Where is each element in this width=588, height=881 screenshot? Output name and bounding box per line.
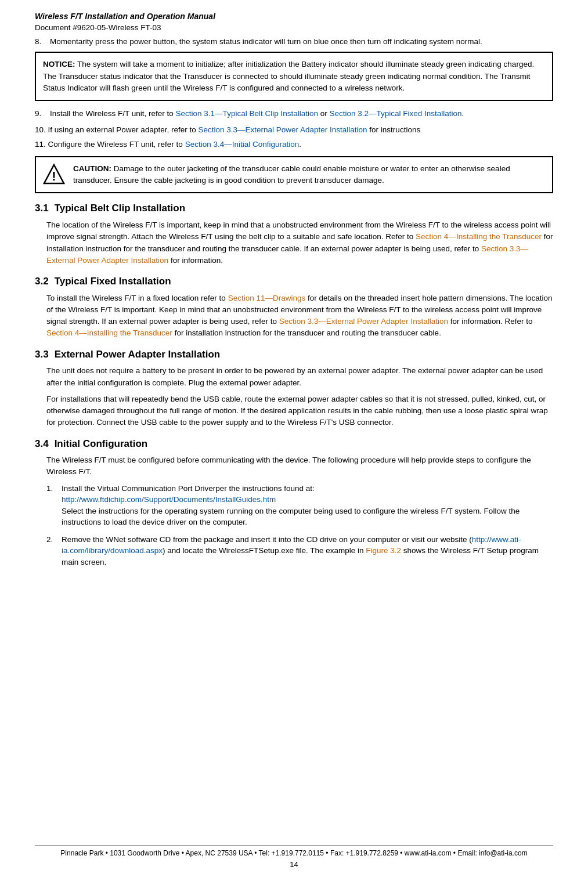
item9-link2[interactable]: Section 3.2—Typical Fixed Installation [329,109,461,118]
section32-link2[interactable]: Section 3.3—External Power Adapter Insta… [279,317,448,326]
caution-text: CAUTION: Damage to the outer jacketing o… [73,163,545,187]
section34-item2-num: 2. [46,534,57,568]
item8-number: 8. [35,36,45,48]
section33-p2: For installations that will repeatedly b… [46,395,548,427]
section34-intro: The Wireless F/T must be configured befo… [46,454,553,478]
list-item-11: 11. Configure the Wireless FT unit, refe… [35,139,553,150]
notice-text: The system will take a moment to initial… [43,60,534,92]
item9-content: Install the Wireless F/T unit, refer to … [50,108,464,120]
section32-number: 3.2 [35,276,49,287]
section34-number: 3.4 [35,438,49,449]
section31-heading: 3.1Typical Belt Clip Installation [35,201,553,216]
section34-heading: 3.4Initial Configuration [35,437,553,452]
section34-item2: 2. Remove the WNet software CD from the … [46,534,553,568]
section33-heading: 3.3External Power Adapter Installation [35,348,553,362]
caution-body: Damage to the outer jacketing of the tra… [73,164,510,185]
section32-body: To install the Wireless F/T in a fixed l… [46,293,553,340]
caution-label: CAUTION: [73,164,111,173]
item10-prefix: If using an external Power adapter, refe… [48,125,199,134]
list-item-8: 8. Momentarity press the power button, t… [35,36,553,48]
section33-title: External Power Adapter Installation [55,349,221,360]
item9-prefix: Install the Wireless F/T unit, refer to [50,109,176,118]
section32-link3[interactable]: Section 4—Installing the Transducer [46,328,172,337]
item10-suffix: for instructions [367,125,421,134]
header-doc: Document #9620-05-Wireless FT-03 [35,22,553,34]
section34-item1: 1. Install the Virtual Communication Por… [46,483,553,528]
section32-heading: 3.2Typical Fixed Installation [35,275,553,289]
section34-item1-num: 1. [46,483,57,528]
page-footer: Pinnacle Park • 1031 Goodworth Drive • A… [35,846,553,871]
section34-item2-content: Remove the WNet software CD from the pac… [62,534,553,568]
item9-suffix: . [462,109,464,118]
item9-middle: or [318,109,330,118]
item10-link[interactable]: Section 3.3—External Power Adapter Insta… [198,125,367,134]
section34-item1-prefix: Install the Virtual Communication Port D… [62,484,315,493]
section34-item2-suffix: ) and locate the WirelessFTSetup.exe fil… [163,546,366,555]
section31-body: The location of the Wireless F/T is impo… [46,219,553,266]
section32-link1[interactable]: Section 11—Drawings [228,294,306,302]
section32-body4: for installation instruction for the tra… [172,328,441,337]
footer-text: Pinnacle Park • 1031 Goodworth Drive • A… [35,848,553,858]
warning-triangle-icon: ! [43,163,65,185]
section34-list: 1. Install the Virtual Communication Por… [46,483,553,568]
item11-prefix: Configure the Wireless FT unit, refer to [48,140,185,149]
notice-label: NOTICE: [43,60,75,68]
section34-item2-fig[interactable]: Figure 3.2 [366,546,401,555]
page-header: Wireless F/T Installation and Operation … [35,10,553,34]
section34-item1-content: Install the Virtual Communication Port D… [62,483,553,528]
section31-link1[interactable]: Section 4—Installing the Transducer [416,232,542,241]
section34-item1-link[interactable]: http://www.ftdichip.com/Support/Document… [62,495,276,504]
item11-link[interactable]: Section 3.4—Initial Configuration [185,140,300,149]
section34-item1-suffix: Select the instructions for the operatin… [62,507,520,527]
section34-title: Initial Configuration [55,438,148,449]
section33-number: 3.3 [35,349,49,360]
item9-number: 9. [35,108,45,120]
section31-body3: for information. [168,256,223,265]
section31-title: Typical Belt Clip Installation [55,203,185,214]
item9-link1[interactable]: Section 3.1—Typical Belt Clip Installati… [176,109,318,118]
svg-text:!: ! [52,169,56,183]
section33-para2: For installations that will repeatedly b… [46,393,553,429]
main-content: 8. Momentarity press the power button, t… [35,36,553,846]
caution-box: ! CAUTION: Damage to the outer jacketing… [35,156,553,194]
header-title: Wireless F/T Installation and Operation … [35,10,553,22]
section31-number: 3.1 [35,203,49,214]
notice-box: NOTICE: The system will take a moment to… [35,52,553,101]
item11-num: 11. [35,140,48,149]
page-number: 14 [35,860,553,871]
list-item-9: 9. Install the Wireless F/T unit, refer … [35,108,553,120]
page: Wireless F/T Installation and Operation … [0,0,588,881]
item8-text: Momentarity press the power button, the … [50,36,482,48]
section33-p1: The unit does not require a battery to b… [46,366,543,387]
item10-num: 10. [35,125,48,134]
section34-intro-text: The Wireless F/T must be configured befo… [46,456,531,476]
section32-body3: for information. Refer to [448,317,533,326]
list-item-10: 10. If using an external Power adapter, … [35,124,553,136]
section32-title: Typical Fixed Installation [55,276,171,287]
item11-suffix: . [299,140,301,149]
section33-para1: The unit does not require a battery to b… [46,365,553,389]
caution-icon: ! [43,163,65,185]
section32-body1: To install the Wireless F/T in a fixed l… [46,294,228,302]
section34-item2-prefix: Remove the WNet software CD from the pac… [62,535,472,544]
